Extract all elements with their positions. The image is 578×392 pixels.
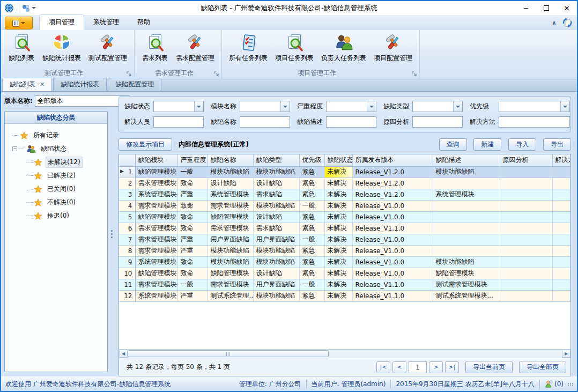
filter-combo-dropdown-button[interactable] (367, 101, 376, 112)
tree-item[interactable]: 推迟(0) (26, 209, 105, 223)
table-row[interactable]: 11 需求管理模块 一般 需求管理模块 用户界面缺陷 一般 未解决 Releas… (119, 279, 570, 290)
column-header[interactable]: 缺陷描述 (433, 154, 500, 166)
dialog-launcher-icon[interactable] (411, 71, 418, 77)
filter-combo[interactable] (326, 101, 376, 112)
filter-combo[interactable] (499, 101, 570, 112)
filter-combo[interactable] (153, 101, 204, 112)
resize-grip[interactable] (568, 383, 574, 386)
maximize-button[interactable] (536, 2, 557, 14)
table-row[interactable]: 8 需求管理模块 严重 模块功能缺陷 模块功能缺陷 紧急 未解决 Release… (119, 245, 570, 256)
ribbon-button[interactable]: 需求配置管理 (172, 32, 218, 63)
column-header[interactable]: 优先级 (299, 154, 324, 166)
tab-close-icon[interactable]: ✕ (40, 81, 45, 88)
user-status-icon[interactable] (545, 380, 553, 388)
filter-combo[interactable] (412, 101, 463, 112)
table-row[interactable]: 9 系统管理模块 致命 模块功能缺陷 模块功能缺陷 紧急 未解决 Release… (119, 256, 570, 268)
filter-combo-dropdown-button[interactable] (453, 101, 462, 112)
column-header[interactable]: 缺陷状态 (324, 154, 352, 166)
tree-item[interactable]: 所有记录 (12, 129, 105, 142)
table-row[interactable]: 5 缺陷管理模块 致命 缺陷管理模块 设计缺陷 紧急 未解决 Release_V… (119, 211, 570, 223)
filter-combo-input[interactable] (413, 101, 453, 112)
filter-combo-dropdown-button[interactable] (280, 101, 290, 112)
scrollbar-thumb[interactable] (128, 350, 329, 357)
table-row[interactable]: 3 系统管理模块 严重 系统管理模块 需求缺陷 紧急 未解决 Release_V… (119, 189, 570, 200)
modify-columns-button[interactable]: 修改显示项目 (118, 138, 172, 151)
quick-access-toolbar-button[interactable] (22, 4, 36, 12)
tree-item[interactable]: 不解决(0) (26, 196, 105, 209)
sidebar-splitter[interactable] (109, 92, 114, 376)
horizontal-scrollbar[interactable]: ◀ ▶ (119, 349, 570, 358)
toolbar-action-button[interactable]: 导入 (508, 138, 536, 151)
tree-item[interactable]: 已解决(2) (26, 169, 105, 182)
filter-text-input[interactable] (326, 116, 376, 128)
last-page-button[interactable]: >| (445, 361, 459, 373)
dialog-launcher-icon[interactable] (213, 71, 220, 77)
filter-combo-input[interactable] (240, 101, 280, 112)
ribbon-button[interactable]: 测试配置管理 (85, 32, 131, 63)
document-tab[interactable]: 缺陷统计报表 (53, 78, 107, 91)
version-combo-input[interactable] (35, 96, 120, 106)
table-row[interactable]: 7 需求管理模块 严重 用户界面缺陷 用户界面缺陷 一般 未解决 Release… (119, 234, 570, 245)
tree-collapse-icon[interactable]: − (12, 146, 17, 151)
column-header[interactable]: 缺陷模块 (135, 154, 177, 166)
table-row[interactable]: 10 缺陷管理模块 致命 缺陷管理模块 设计缺陷 紧急 未解决 Release_… (119, 268, 570, 279)
filter-combo-input[interactable] (154, 101, 194, 112)
ribbon-button[interactable]: 所有任务列表 (225, 32, 271, 63)
table-row[interactable]: ▶1 缺陷管理模块 一般 模块功能缺陷 模块功能缺陷 紧急 未解决 Releas… (119, 166, 570, 177)
filter-combo-input[interactable] (327, 101, 367, 112)
collapse-ribbon-button[interactable]: ∧ (552, 19, 557, 26)
scrollbar-track[interactable] (329, 350, 562, 358)
filter-text-input[interactable] (240, 116, 290, 128)
scroll-left-button[interactable]: ◀ (119, 350, 128, 358)
tree-item[interactable]: 未解决(12) (26, 156, 105, 169)
column-header[interactable]: 严重程度 (177, 154, 208, 166)
ribbon-button[interactable]: 需求列表 (138, 32, 172, 63)
ribbon-tab[interactable]: 项目管理 (39, 14, 84, 30)
filter-text-input[interactable] (153, 116, 204, 128)
row-indicator: 12 (119, 290, 135, 301)
ribbon-tab[interactable]: 帮助 (128, 15, 159, 30)
ribbon-button[interactable]: 项目任务列表 (271, 32, 317, 63)
toolbar-action-button[interactable]: 新建 (473, 138, 501, 151)
column-header[interactable]: 解决方法 (552, 154, 570, 166)
column-header[interactable]: 所属发布版本 (352, 154, 433, 166)
tree-item[interactable]: 已关闭(0) (26, 182, 105, 196)
table-row[interactable]: 4 需求管理模块 致命 需求管理模块 模块功能缺陷 一般 未解决 Release… (119, 200, 570, 211)
toolbar-action-button[interactable]: 查询 (439, 138, 467, 151)
next-page-button[interactable]: > (429, 361, 443, 373)
application-menu-button[interactable] (5, 17, 33, 29)
filter-combo-dropdown-button[interactable] (194, 101, 203, 112)
ribbon-button[interactable]: 缺陷统计报表 (39, 32, 85, 63)
export-all-pages-button[interactable]: 导出全部页 (519, 361, 566, 373)
ribbon-tab[interactable]: 系统管理 (84, 15, 128, 30)
column-header[interactable]: 缺陷名称 (208, 154, 253, 166)
filter-text-input[interactable] (499, 116, 570, 128)
minimize-button[interactable]: ─ (516, 2, 536, 14)
ribbon-button[interactable]: 缺陷列表 (4, 32, 39, 63)
scroll-right-button[interactable]: ▶ (562, 350, 570, 358)
document-tab[interactable]: 缺陷配置管理 (108, 78, 161, 91)
ribbon-button[interactable]: 负责人任务列表 (317, 32, 370, 63)
column-header[interactable]: 原因分析 (500, 154, 552, 166)
ribbon-button[interactable]: 项目配置管理 (370, 32, 416, 63)
table-row[interactable]: 2 需求管理模块 致命 设计缺陷 设计缺陷 紧急 未解决 Release_V1.… (119, 177, 570, 189)
table-row[interactable]: 12 系统管理模块 严重 测试系统管理... 模块功能缺陷 紧急 未解决 Rel… (119, 290, 570, 301)
column-header[interactable]: 缺陷类型 (253, 154, 299, 166)
export-current-page-button[interactable]: 导出当前页 (465, 361, 513, 373)
page-number-input[interactable] (409, 361, 427, 373)
close-button[interactable]: ✕ (557, 2, 577, 14)
toolbar-action-button[interactable]: 导出 (543, 138, 571, 151)
dialog-launcher-icon[interactable] (126, 71, 132, 77)
filter-text-input[interactable] (412, 116, 463, 128)
filter-combo[interactable] (240, 101, 290, 112)
filter-combo-input[interactable] (499, 101, 560, 112)
skin-switch-icon[interactable] (562, 17, 573, 28)
table-row[interactable]: 6 需求管理模块 致命 需求管理模块 需求缺陷 紧急 未解决 Release_V… (119, 223, 570, 234)
ribbon-group-test: 缺陷列表 缺陷统计报表 测试配置管理 测试管理工作 (1, 30, 135, 79)
prev-page-button[interactable]: < (392, 361, 406, 373)
filter-label: 缺陷类型 (383, 102, 412, 111)
first-page-button[interactable]: |< (376, 361, 390, 373)
tree-item[interactable]: − 缺陷状态 (12, 142, 105, 156)
document-tab[interactable]: 缺陷列表✕ (2, 78, 52, 91)
filter-combo-dropdown-button[interactable] (560, 101, 569, 112)
